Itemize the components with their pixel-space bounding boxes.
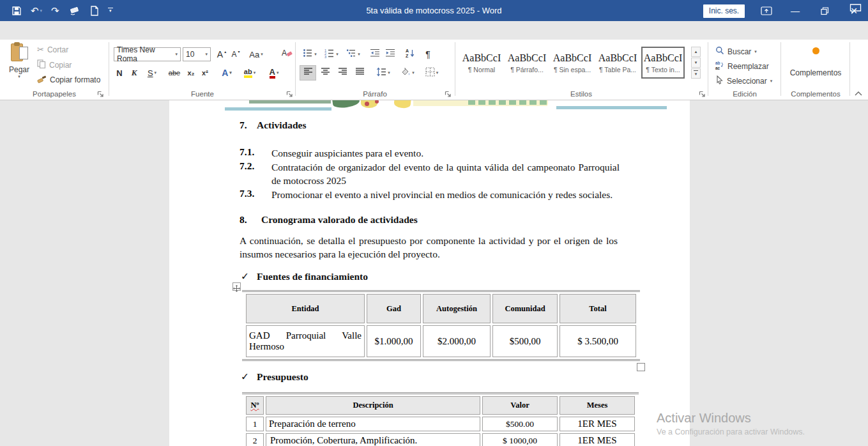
funding-cell[interactable]: $1.000,00	[367, 325, 421, 357]
paste-button[interactable]: Pegar ▾	[5, 42, 33, 79]
budget-cell[interactable]: Promoción, Cobertura, Amplificación.	[266, 433, 480, 446]
style-card-normal[interactable]: AaBbCcI ¶ Normal	[460, 47, 503, 79]
minimize-button[interactable]: —	[784, 0, 806, 21]
align-left-icon	[303, 67, 313, 79]
bold-button[interactable]: N	[114, 66, 125, 80]
styles-scroll-up-button[interactable]: ▴	[691, 47, 701, 57]
item-7-3-text: Promocionar el evento a nivel provincial…	[271, 188, 620, 201]
funding-cell[interactable]: GAD Parroquial Valle Hermoso	[246, 325, 365, 357]
format-painter-button[interactable]: Copiar formato	[37, 74, 100, 86]
decrease-indent-button[interactable]	[368, 47, 382, 61]
heading-7-text: Actividades	[257, 119, 307, 131]
superscript-button[interactable]: x²	[199, 66, 211, 80]
change-case-button[interactable]: Aa▾	[246, 47, 266, 61]
text-effects-button[interactable]: A▾	[217, 66, 236, 80]
funding-header-cell[interactable]: Comunidad	[492, 294, 558, 323]
borders-button[interactable]: ▾	[422, 66, 442, 80]
styles-dialog-launcher[interactable]	[699, 89, 706, 96]
font-color-button[interactable]: A ▾	[263, 66, 285, 80]
budget-header-cell[interactable]: Descripción	[266, 396, 480, 415]
shrink-font-button[interactable]: A▾	[229, 47, 242, 61]
funding-header-cell[interactable]: Autogestión	[423, 294, 491, 323]
budget-cell[interactable]: 1ER MES	[560, 417, 635, 431]
budget-header-cell[interactable]: Meses	[560, 396, 635, 415]
line-spacing-button[interactable]: ▾	[373, 66, 393, 80]
document-area[interactable]: 7. Actividades 7.1. Conseguir auspiciant…	[0, 100, 868, 446]
increase-indent-button[interactable]	[383, 47, 397, 61]
group-divider	[295, 42, 296, 96]
table-row: GAD Parroquial Valle Hermoso $1.000,00 $…	[246, 325, 636, 357]
clipboard-dialog-launcher[interactable]	[97, 89, 105, 96]
multilevel-list-button[interactable]: ▾	[344, 47, 363, 61]
funding-table[interactable]: Entidad Gad Autogestión Comunidad Total …	[242, 290, 640, 361]
feedback-bubble-icon[interactable]	[849, 3, 862, 17]
align-center-icon	[321, 67, 330, 79]
strikethrough-button[interactable]: abe	[166, 66, 183, 80]
add-in-dot-icon	[812, 47, 819, 54]
budget-table[interactable]: Nº Descripción Valor Meses 1 Preparación…	[242, 392, 639, 446]
italic-button[interactable]: K	[128, 66, 140, 80]
group-divider	[455, 42, 455, 96]
funding-cell[interactable]: $2.000,00	[423, 325, 491, 357]
budget-cell[interactable]: $500.00	[482, 417, 558, 431]
style-card-texto-independiente[interactable]: AaBbCcI ¶ Texto in...	[641, 47, 685, 79]
select-button[interactable]: Seleccionar▾	[715, 75, 772, 86]
budget-cell[interactable]: 1	[246, 417, 264, 431]
group-divider	[780, 42, 781, 96]
bullets-button[interactable]: ▾	[300, 47, 319, 61]
justify-button[interactable]	[352, 66, 367, 80]
find-button[interactable]: Buscar▾	[715, 46, 757, 57]
copy-button[interactable]: Copiar	[37, 59, 72, 70]
align-left-button[interactable]	[300, 66, 316, 80]
heading-8-number: 8.	[240, 214, 247, 226]
letterhead-crest-bell	[393, 100, 411, 109]
subscript-button[interactable]: x₂	[185, 66, 197, 80]
grow-font-button[interactable]: A▴	[215, 47, 229, 61]
budget-cell[interactable]: Preparación de terreno	[266, 417, 480, 431]
styles-scroll-down-button[interactable]: ▾	[691, 58, 701, 68]
cut-button[interactable]: ✂ Cortar	[37, 45, 68, 54]
collapse-ribbon-button[interactable]	[854, 89, 863, 100]
budget-cell[interactable]: 1ER MES	[560, 433, 635, 446]
restore-button[interactable]	[814, 0, 835, 21]
sort-icon: AZ	[405, 48, 415, 61]
highlight-color-button[interactable]: ab ▾	[239, 66, 261, 80]
style-card-sin-espaciado[interactable]: AaBbCcI ¶ Sin espa...	[551, 47, 594, 79]
item-7-1-text: Conseguir auspiciantes para el evento.	[271, 146, 620, 160]
sign-in-button[interactable]: Inic. ses.	[703, 4, 745, 18]
underline-button[interactable]: S▾	[143, 66, 161, 80]
funding-header-cell[interactable]: Total	[560, 294, 636, 323]
table-resize-handle[interactable]	[637, 363, 645, 371]
paragraph-dialog-launcher[interactable]	[445, 89, 452, 96]
table-row: Nº Descripción Valor Meses	[246, 396, 635, 415]
budget-cell[interactable]: $ 1000,00	[482, 433, 558, 446]
budget-header-cell[interactable]: Nº	[246, 396, 264, 415]
font-dialog-launcher[interactable]	[286, 89, 294, 96]
funding-cell[interactable]: $ 3.500,00	[560, 325, 636, 357]
shading-button[interactable]: ▾	[397, 66, 418, 80]
group-label-font: Fuente	[110, 90, 295, 98]
numbering-button[interactable]: 123 ▾	[322, 47, 341, 61]
font-size-combo[interactable]: 10▾	[183, 47, 211, 61]
show-marks-button[interactable]: ¶	[422, 47, 434, 61]
style-card-table-paragraph[interactable]: AaBbCcI ¶ Table Pa...	[596, 47, 639, 79]
document-page[interactable]: 7. Actividades 7.1. Conseguir auspiciant…	[169, 100, 690, 446]
font-family-combo[interactable]: Times New Roma▾	[114, 47, 181, 61]
budget-header-cell[interactable]: Valor	[482, 396, 558, 415]
table-move-handle[interactable]	[232, 282, 241, 291]
align-right-button[interactable]	[335, 66, 350, 80]
align-center-button[interactable]	[317, 66, 333, 80]
funding-cell[interactable]: $500,00	[492, 325, 558, 357]
sort-button[interactable]: AZ	[402, 47, 418, 61]
budget-cell[interactable]: 2	[246, 433, 264, 446]
style-card-parrafo[interactable]: AaBbCcI ¶ Párrafo...	[505, 47, 549, 79]
funding-header-cell[interactable]: Entidad	[246, 294, 365, 323]
styles-gallery-more-button[interactable]: ▾	[691, 68, 701, 79]
item-7-2-number: 7.2.	[240, 160, 254, 172]
funding-header-cell[interactable]: Gad	[367, 294, 421, 323]
heading-8-text: Cronograma valorado de actividades	[261, 214, 418, 226]
clear-formatting-button[interactable]: A	[278, 47, 295, 61]
replace-button[interactable]: abac Reemplazar	[715, 61, 769, 72]
ribbon-display-options-button[interactable]	[756, 0, 777, 21]
add-ins-button[interactable]: Complementos	[782, 45, 849, 77]
